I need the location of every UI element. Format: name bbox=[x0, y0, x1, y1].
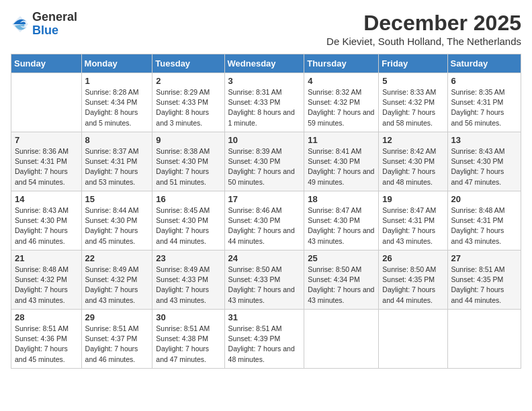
calendar-week-5: 28Sunrise: 8:51 AMSunset: 4:36 PMDayligh… bbox=[11, 310, 521, 369]
page-header: General Blue December 2025 De Kieviet, S… bbox=[11, 11, 521, 47]
day-number: 28 bbox=[15, 312, 78, 322]
day-info: Sunrise: 8:42 AMSunset: 4:30 PMDaylight:… bbox=[382, 146, 443, 187]
calendar-week-3: 14Sunrise: 8:43 AMSunset: 4:30 PMDayligh… bbox=[11, 191, 521, 250]
calendar-cell: 18Sunrise: 8:47 AMSunset: 4:30 PMDayligh… bbox=[304, 191, 379, 250]
day-info: Sunrise: 8:43 AMSunset: 4:30 PMDaylight:… bbox=[15, 205, 78, 246]
col-header-monday: Monday bbox=[81, 54, 152, 73]
calendar-cell: 8Sunrise: 8:37 AMSunset: 4:31 PMDaylight… bbox=[81, 132, 152, 191]
calendar-cell: 28Sunrise: 8:51 AMSunset: 4:36 PMDayligh… bbox=[11, 310, 82, 369]
day-number: 21 bbox=[15, 253, 78, 263]
day-info: Sunrise: 8:49 AMSunset: 4:32 PMDaylight:… bbox=[85, 265, 149, 306]
day-number: 3 bbox=[228, 76, 301, 86]
day-number: 17 bbox=[228, 194, 301, 204]
calendar-cell bbox=[447, 310, 521, 369]
day-info: Sunrise: 8:32 AMSunset: 4:32 PMDaylight:… bbox=[308, 87, 375, 128]
day-info: Sunrise: 8:28 AMSunset: 4:34 PMDaylight:… bbox=[85, 87, 149, 128]
day-number: 18 bbox=[308, 194, 375, 204]
day-number: 11 bbox=[308, 135, 375, 145]
day-number: 26 bbox=[382, 253, 443, 263]
calendar-cell: 23Sunrise: 8:49 AMSunset: 4:33 PMDayligh… bbox=[152, 250, 224, 310]
day-number: 6 bbox=[451, 76, 517, 86]
day-info: Sunrise: 8:39 AMSunset: 4:30 PMDaylight:… bbox=[228, 146, 301, 187]
day-number: 24 bbox=[228, 253, 301, 263]
day-info: Sunrise: 8:43 AMSunset: 4:30 PMDaylight:… bbox=[451, 146, 517, 187]
day-info: Sunrise: 8:46 AMSunset: 4:30 PMDaylight:… bbox=[228, 205, 301, 246]
calendar-cell: 5Sunrise: 8:33 AMSunset: 4:32 PMDaylight… bbox=[379, 73, 447, 132]
calendar-cell bbox=[11, 73, 82, 132]
day-number: 9 bbox=[156, 135, 220, 145]
day-number: 13 bbox=[451, 135, 517, 145]
day-number: 19 bbox=[382, 194, 443, 204]
calendar-cell: 14Sunrise: 8:43 AMSunset: 4:30 PMDayligh… bbox=[11, 191, 82, 250]
day-number: 31 bbox=[228, 312, 301, 322]
calendar-cell: 21Sunrise: 8:48 AMSunset: 4:32 PMDayligh… bbox=[11, 250, 82, 310]
col-header-sunday: Sunday bbox=[11, 54, 82, 73]
day-info: Sunrise: 8:50 AMSunset: 4:33 PMDaylight:… bbox=[228, 265, 301, 306]
title-block: December 2025 De Kieviet, South Holland,… bbox=[326, 11, 521, 47]
calendar-week-2: 7Sunrise: 8:36 AMSunset: 4:31 PMDaylight… bbox=[11, 132, 521, 191]
col-header-friday: Friday bbox=[379, 54, 447, 73]
day-number: 29 bbox=[85, 312, 149, 322]
day-number: 25 bbox=[308, 253, 375, 263]
calendar-cell: 22Sunrise: 8:49 AMSunset: 4:32 PMDayligh… bbox=[81, 250, 152, 310]
calendar-cell: 16Sunrise: 8:45 AMSunset: 4:30 PMDayligh… bbox=[152, 191, 224, 250]
logo-text: General Blue bbox=[32, 11, 77, 38]
calendar-cell: 12Sunrise: 8:42 AMSunset: 4:30 PMDayligh… bbox=[379, 132, 447, 191]
day-info: Sunrise: 8:41 AMSunset: 4:30 PMDaylight:… bbox=[308, 146, 375, 187]
calendar-cell: 13Sunrise: 8:43 AMSunset: 4:30 PMDayligh… bbox=[447, 132, 521, 191]
day-number: 12 bbox=[382, 135, 443, 145]
day-number: 10 bbox=[228, 135, 301, 145]
day-number: 20 bbox=[451, 194, 517, 204]
calendar-cell: 29Sunrise: 8:51 AMSunset: 4:37 PMDayligh… bbox=[81, 310, 152, 369]
day-info: Sunrise: 8:38 AMSunset: 4:30 PMDaylight:… bbox=[156, 146, 220, 187]
day-info: Sunrise: 8:51 AMSunset: 4:35 PMDaylight:… bbox=[451, 265, 517, 306]
day-info: Sunrise: 8:37 AMSunset: 4:31 PMDaylight:… bbox=[85, 146, 149, 187]
col-header-wednesday: Wednesday bbox=[224, 54, 304, 73]
day-number: 7 bbox=[15, 135, 78, 145]
day-info: Sunrise: 8:48 AMSunset: 4:31 PMDaylight:… bbox=[451, 205, 517, 246]
logo-general: General bbox=[32, 11, 77, 24]
calendar-cell: 27Sunrise: 8:51 AMSunset: 4:35 PMDayligh… bbox=[447, 250, 521, 310]
col-header-thursday: Thursday bbox=[304, 54, 379, 73]
day-info: Sunrise: 8:36 AMSunset: 4:31 PMDaylight:… bbox=[15, 146, 78, 187]
calendar-week-4: 21Sunrise: 8:48 AMSunset: 4:32 PMDayligh… bbox=[11, 250, 521, 310]
calendar-cell: 11Sunrise: 8:41 AMSunset: 4:30 PMDayligh… bbox=[304, 132, 379, 191]
day-info: Sunrise: 8:48 AMSunset: 4:32 PMDaylight:… bbox=[15, 265, 78, 306]
calendar-week-1: 1Sunrise: 8:28 AMSunset: 4:34 PMDaylight… bbox=[11, 73, 521, 132]
calendar-cell bbox=[379, 310, 447, 369]
calendar-cell: 3Sunrise: 8:31 AMSunset: 4:33 PMDaylight… bbox=[224, 73, 304, 132]
calendar-table: SundayMondayTuesdayWednesdayThursdayFrid… bbox=[11, 54, 521, 369]
day-info: Sunrise: 8:33 AMSunset: 4:32 PMDaylight:… bbox=[382, 87, 443, 128]
day-number: 1 bbox=[85, 76, 149, 86]
calendar-cell: 31Sunrise: 8:51 AMSunset: 4:39 PMDayligh… bbox=[224, 310, 304, 369]
day-info: Sunrise: 8:50 AMSunset: 4:34 PMDaylight:… bbox=[308, 265, 375, 306]
month-title: December 2025 bbox=[326, 11, 521, 36]
day-number: 4 bbox=[308, 76, 375, 86]
day-number: 23 bbox=[156, 253, 220, 263]
day-info: Sunrise: 8:47 AMSunset: 4:30 PMDaylight:… bbox=[308, 205, 375, 246]
day-info: Sunrise: 8:35 AMSunset: 4:31 PMDaylight:… bbox=[451, 87, 517, 128]
calendar-header-row: SundayMondayTuesdayWednesdayThursdayFrid… bbox=[11, 54, 521, 73]
col-header-tuesday: Tuesday bbox=[152, 54, 224, 73]
calendar-cell: 15Sunrise: 8:44 AMSunset: 4:30 PMDayligh… bbox=[81, 191, 152, 250]
calendar-cell: 17Sunrise: 8:46 AMSunset: 4:30 PMDayligh… bbox=[224, 191, 304, 250]
day-info: Sunrise: 8:51 AMSunset: 4:37 PMDaylight:… bbox=[85, 324, 149, 365]
day-number: 27 bbox=[451, 253, 517, 263]
day-number: 22 bbox=[85, 253, 149, 263]
day-info: Sunrise: 8:49 AMSunset: 4:33 PMDaylight:… bbox=[156, 265, 220, 306]
day-info: Sunrise: 8:47 AMSunset: 4:31 PMDaylight:… bbox=[382, 205, 443, 246]
col-header-saturday: Saturday bbox=[447, 54, 521, 73]
location: De Kieviet, South Holland, The Netherlan… bbox=[326, 36, 521, 47]
calendar-cell: 20Sunrise: 8:48 AMSunset: 4:31 PMDayligh… bbox=[447, 191, 521, 250]
day-info: Sunrise: 8:51 AMSunset: 4:39 PMDaylight:… bbox=[228, 324, 301, 365]
calendar-cell: 7Sunrise: 8:36 AMSunset: 4:31 PMDaylight… bbox=[11, 132, 82, 191]
logo-blue: Blue bbox=[32, 24, 77, 38]
calendar-cell: 24Sunrise: 8:50 AMSunset: 4:33 PMDayligh… bbox=[224, 250, 304, 310]
logo-icon bbox=[11, 15, 30, 34]
calendar-cell: 2Sunrise: 8:29 AMSunset: 4:33 PMDaylight… bbox=[152, 73, 224, 132]
day-info: Sunrise: 8:44 AMSunset: 4:30 PMDaylight:… bbox=[85, 205, 149, 246]
day-number: 15 bbox=[85, 194, 149, 204]
day-info: Sunrise: 8:51 AMSunset: 4:36 PMDaylight:… bbox=[15, 324, 78, 365]
calendar-cell: 30Sunrise: 8:51 AMSunset: 4:38 PMDayligh… bbox=[152, 310, 224, 369]
calendar-cell: 4Sunrise: 8:32 AMSunset: 4:32 PMDaylight… bbox=[304, 73, 379, 132]
